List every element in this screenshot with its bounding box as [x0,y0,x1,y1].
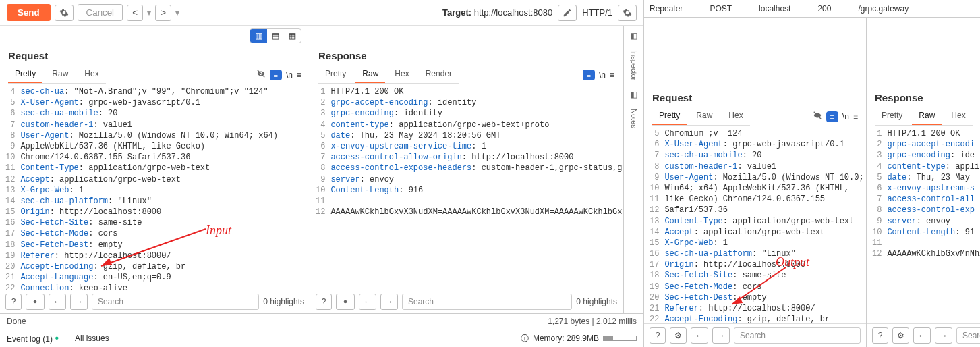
notes-toggle-icon[interactable]: ◧ [630,90,637,99]
repeater-top-row: Repeater POST localhost 200 /grpc.gatewa… [644,0,980,18]
log-bar: Event log (1) • All issues ⓘ Memory: 289… [0,329,643,347]
all-issues-link[interactable]: All issues [75,333,109,343]
settings-button[interactable]: ⚙ [892,327,909,344]
search-prev-button[interactable]: ← [691,327,708,344]
event-dot-icon: • [55,332,59,344]
hide-icon[interactable] [813,111,822,122]
newline-icon[interactable]: \n [599,70,606,80]
path-label: /grpc.gateway [858,4,909,14]
input-annotation: Input [206,222,231,238]
notes-tab[interactable]: Notes [630,109,638,128]
history-back-button[interactable]: < [127,5,143,21]
tab-hex[interactable]: Hex [388,65,415,83]
gear-icon [341,297,350,306]
memory-status: Memory: 289.9MB [533,333,599,343]
settings-button[interactable] [26,294,45,310]
event-log-link[interactable]: Event log (1) • [7,332,59,344]
tab-render[interactable]: Render [419,65,459,83]
tab-hex[interactable]: Hex [944,107,972,125]
request-footer: ? ← → Search 0 highlights [0,290,310,313]
hamburger-icon[interactable]: ≡ [853,112,858,122]
tab-raw[interactable]: Raw [689,107,719,125]
target-label: Target: http://localhost:8080 [442,7,552,18]
tab-pretty[interactable]: Pretty [875,107,909,125]
response-editor[interactable]: 123456789101112HTTP/1.1 200 OKgrpc-accep… [310,84,623,290]
search-input[interactable]: Search [734,327,861,344]
input-arrow [94,225,209,273]
hamburger-icon[interactable]: ≡ [297,70,301,80]
pretty-format-button[interactable]: ≡ [583,70,595,80]
cancel-button[interactable]: Cancel [78,4,123,21]
request-title: Request [652,92,858,103]
request-editor[interactable]: 456789101112131415161718192021222324sec-… [0,84,310,290]
hide-icon[interactable] [256,69,266,80]
svg-line-1 [101,229,206,266]
http-version[interactable]: HTTP/1 [582,7,612,18]
status-done: Done [7,317,26,326]
layout-rows-icon[interactable]: ▤ [267,29,284,43]
search-input[interactable]: Search [402,294,572,310]
status-bytes: 1,271 bytes | 2,012 millis [548,317,637,326]
help-button[interactable]: ? [650,327,666,344]
info-icon[interactable]: ⓘ [521,333,529,344]
tab-raw[interactable]: Raw [355,65,385,83]
search-prev-button[interactable]: ← [49,294,66,310]
request-tabs: Pretty Raw Hex [8,65,106,84]
send-button[interactable]: Send [7,4,51,21]
pretty-format-button[interactable]: ≡ [270,70,282,80]
search-next-button[interactable]: → [935,327,952,344]
settings-button[interactable]: ⚙ [670,327,687,344]
history-forward-button[interactable]: > [155,5,171,21]
search-input[interactable]: Search [956,327,980,344]
newline-icon[interactable]: \n [842,112,849,122]
layout-combined-icon[interactable]: ▦ [284,29,301,43]
tab-hex[interactable]: Hex [78,65,105,83]
inspector-rail: ◧ Inspector ◧ Notes [623,26,643,313]
newline-icon[interactable]: \n [286,70,293,80]
response-tabs: Pretty Raw Hex Render [318,65,459,84]
tab-hex[interactable]: Hex [722,107,749,125]
response-title: Response [875,92,980,103]
tab-pretty[interactable]: Pretty [652,107,687,125]
right-request-editor[interactable]: 5678910111213141516171819202122Chromium … [644,126,866,323]
tab-raw[interactable]: Raw [912,107,942,125]
search-next-button[interactable]: → [380,294,398,310]
right-request-pane: Request Pretty Raw Hex ≡ \n ≡ [644,18,867,347]
layout-columns-icon[interactable]: ▥ [250,29,267,43]
response-title: Response [318,50,614,61]
svg-marker-2 [101,258,112,266]
inspector-tab[interactable]: Inspector [630,50,638,80]
right-response-pane: Response Pretty Raw Hex 123456789101112H… [867,18,980,347]
search-input[interactable]: Search [92,294,259,310]
inspector-toggle-icon[interactable]: ◧ [630,31,637,41]
search-next-button[interactable]: → [712,327,730,344]
search-next-button[interactable]: → [70,294,88,310]
help-button[interactable]: ? [316,294,332,310]
search-prev-button[interactable]: ← [913,327,931,344]
highlight-count: 0 highlights [576,297,617,306]
gear-icon [59,8,69,18]
layout-toggle[interactable]: ▥ ▤ ▦ [250,28,301,43]
help-button[interactable]: ? [872,327,888,344]
hamburger-icon[interactable]: ≡ [610,70,614,80]
help-button[interactable]: ? [5,294,22,310]
tab-raw[interactable]: Raw [45,65,75,83]
history-divider: ▾ [147,8,151,18]
memory-bar [603,336,637,341]
search-prev-button[interactable]: ← [359,294,376,310]
response-footer: ? ← → Search 0 highlights [310,290,623,313]
http-options-button[interactable] [618,5,637,21]
gear-icon [623,8,632,18]
status-bar: Done 1,271 bytes | 2,012 millis [0,313,643,329]
status-label: 200 [817,4,831,14]
output-arrow [725,264,792,311]
pretty-format-button[interactable]: ≡ [826,111,838,122]
send-options-button[interactable] [55,5,74,21]
tab-pretty[interactable]: Pretty [318,65,353,83]
edit-target-button[interactable] [558,5,577,21]
tab-pretty[interactable]: Pretty [8,65,42,83]
right-response-editor[interactable]: 123456789101112HTTP/1.1 200 OKgrpc-accep… [867,126,980,323]
host-label: localhost [759,4,790,14]
request-title: Request [8,50,301,61]
settings-button[interactable] [336,294,355,310]
